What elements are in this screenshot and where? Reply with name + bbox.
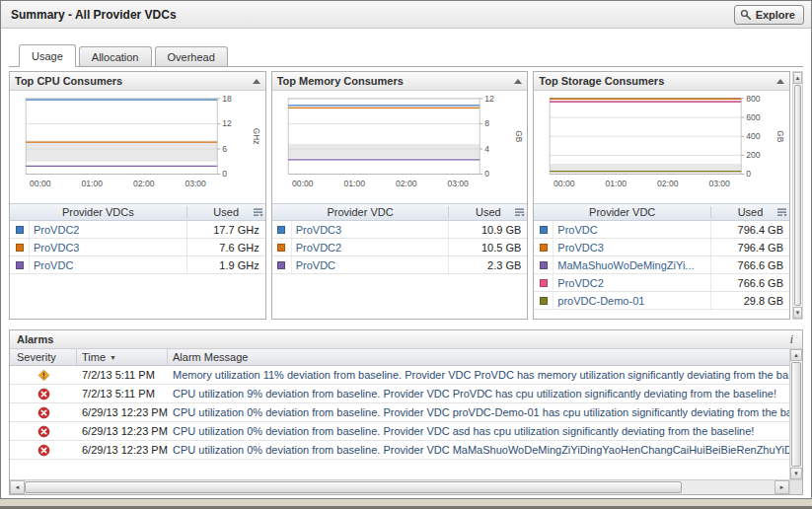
page-title: Summary - All Provider VDCs (11, 8, 177, 22)
table-settings-icon[interactable] (253, 207, 263, 218)
alarms-title: Alarms (17, 333, 53, 345)
svg-text:01:00: 01:00 (343, 179, 365, 188)
provider-vdc-link[interactable]: ProVDC (30, 259, 186, 271)
column-header-provider-vdc[interactable]: Provider VDC (272, 206, 449, 218)
alarm-row[interactable]: 6/29/13 12:23 PM CPU utilization 0% devi… (10, 422, 789, 441)
provider-vdc-link[interactable]: ProVDC3 (292, 224, 449, 236)
provider-vdc-link[interactable]: ProVDC2 (292, 242, 449, 254)
used-value: 17.7 GHz (186, 221, 265, 238)
tab-strip: Usage Allocation Overhead (9, 29, 803, 67)
svg-text:02:00: 02:00 (396, 179, 417, 188)
provider-vdc-link[interactable]: proVDC-Demo-01 (554, 295, 710, 307)
provider-vdc-link[interactable]: ProVDC (292, 259, 449, 271)
column-header-provider-vdc[interactable]: Provider VDCs (10, 206, 186, 218)
used-value: 1.9 GHz (186, 256, 265, 273)
panel-title: Top CPU Consumers (15, 75, 122, 87)
panels-vertical-scrollbar[interactable]: ▲ ▼ (792, 71, 803, 320)
svg-text:01:00: 01:00 (606, 179, 627, 188)
panel-top-storage-consumers: Top Storage Consumers 020040060080000:00… (533, 71, 790, 320)
severity-cell (10, 425, 77, 438)
scrollbar-thumb[interactable] (794, 85, 801, 306)
alarms-horizontal-scrollbar[interactable]: ◄ ► (10, 479, 802, 494)
consumers-table-body: ProVDC3 10.9 GB ProVDC2 10.5 GB ProVDC 2… (272, 221, 528, 274)
consumer-row[interactable]: MaMaShuoWoDeMingZiYi... 766.6 GB (534, 256, 789, 274)
svg-text:12: 12 (222, 118, 232, 128)
consumer-row[interactable]: ProVDC 2.3 GB (272, 256, 528, 274)
consumer-row[interactable]: ProVDC 1.9 GHz (10, 256, 265, 274)
scrollbar-thumb[interactable] (25, 481, 682, 493)
column-header-time[interactable]: Time ▼ (77, 349, 168, 365)
collapse-panel-icon[interactable] (253, 79, 260, 84)
column-header-severity[interactable]: Severity (10, 349, 77, 365)
tab-overhead[interactable]: Overhead (155, 46, 228, 66)
series-color-swatch (277, 244, 285, 252)
alarm-row[interactable]: 6/29/13 12:23 PM CPU utilization 0% devi… (10, 441, 789, 460)
consumer-row[interactable]: ProVDC2 10.5 GB (272, 239, 528, 256)
consumer-row[interactable]: ProVDC2 17.7 GHz (10, 221, 265, 239)
used-value: 796.4 GB (710, 239, 789, 255)
used-value: 29.8 GB (710, 292, 789, 309)
collapse-panel-icon[interactable] (514, 79, 522, 84)
scrollbar-thumb[interactable] (791, 362, 801, 467)
svg-text:800: 800 (747, 94, 762, 104)
alarm-row[interactable]: 6/29/13 12:23 PM CPU utilization 0% devi… (10, 403, 789, 422)
collapse-panel-icon[interactable] (776, 79, 784, 84)
alarm-row[interactable]: 7/2/13 5:11 PM Memory utilization 11% de… (10, 366, 789, 385)
scroll-down-icon[interactable]: ▼ (793, 307, 802, 319)
series-color-swatch (540, 226, 548, 234)
alarm-row[interactable]: 7/2/13 5:11 PM CPU utilization 9% deviat… (10, 385, 789, 403)
alarms-vertical-scrollbar[interactable]: ▲ ▼ (789, 349, 802, 479)
svg-text:18: 18 (222, 94, 232, 104)
provider-vdc-link[interactable]: ProVDC2 (30, 224, 186, 236)
svg-text:0: 0 (484, 169, 489, 179)
scroll-up-icon[interactable]: ▲ (793, 72, 802, 84)
table-settings-icon[interactable] (776, 207, 787, 218)
swatch-cell (272, 256, 292, 273)
scroll-down-icon[interactable]: ▼ (790, 468, 802, 479)
column-header-alarm-message[interactable]: Alarm Message (168, 349, 789, 365)
swatch-cell (534, 274, 554, 291)
tab-usage[interactable]: Usage (19, 44, 76, 67)
consumer-panels: Top CPU Consumers 06121800:0001:0002:000… (9, 71, 790, 320)
alarm-time: 6/29/13 12:23 PM (77, 425, 168, 437)
consumer-row[interactable]: ProVDC2 766.6 GB (534, 274, 789, 292)
provider-vdc-link[interactable]: ProVDC3 (30, 242, 186, 254)
column-header-provider-vdc[interactable]: Provider VDC (534, 206, 710, 218)
scroll-up-icon[interactable]: ▲ (790, 349, 802, 361)
table-settings-icon[interactable] (514, 207, 525, 218)
tab-allocation[interactable]: Allocation (79, 46, 152, 66)
consumer-row[interactable]: ProVDC3 796.4 GB (534, 239, 789, 256)
title-bar: Summary - All Provider VDCs Explore (1, 1, 811, 29)
panels-region: Top CPU Consumers 06121800:0001:0002:000… (9, 71, 803, 320)
consumer-row[interactable]: ProVDC3 7.6 GHz (10, 239, 265, 256)
explore-button[interactable]: Explore (734, 5, 804, 25)
alarm-message: CPU utilization 0% deviation from baseli… (168, 425, 789, 437)
consumer-row[interactable]: ProVDC3 10.9 GB (272, 221, 528, 239)
scroll-right-icon[interactable]: ► (775, 480, 789, 494)
svg-text:GB: GB (513, 130, 523, 142)
svg-text:6: 6 (222, 144, 227, 154)
scrollbar-track[interactable] (682, 480, 775, 494)
alarms-table: Severity Time ▼ Alarm Message 7/2/13 5:1… (10, 349, 789, 479)
series-color-swatch (16, 244, 24, 252)
alarm-time: 6/29/13 12:23 PM (77, 406, 168, 418)
panel-header: Top CPU Consumers (10, 72, 265, 91)
provider-vdc-link[interactable]: ProVDC3 (554, 242, 710, 254)
consumer-row[interactable]: ProVDC 796.4 GB (534, 221, 789, 239)
used-value: 7.6 GHz (186, 239, 265, 255)
provider-vdc-link[interactable]: ProVDC (554, 224, 710, 236)
svg-text:03:00: 03:00 (709, 179, 731, 188)
info-icon[interactable]: i (787, 331, 795, 347)
swatch-cell (534, 239, 554, 255)
alarm-message: CPU utilization 9% deviation from baseli… (168, 388, 789, 400)
consumer-row[interactable]: proVDC-Demo-01 29.8 GB (534, 292, 789, 310)
provider-vdc-link[interactable]: MaMaShuoWoDeMingZiYi... (554, 259, 710, 271)
swatch-cell (10, 239, 30, 255)
swatch-cell (534, 292, 554, 309)
series-color-swatch (540, 261, 548, 269)
series-color-swatch (540, 279, 548, 287)
provider-vdc-link[interactable]: ProVDC2 (554, 277, 710, 289)
scroll-left-icon[interactable]: ◄ (10, 480, 25, 494)
consumers-table-body: ProVDC 796.4 GB ProVDC3 796.4 GB MaMaShu… (534, 221, 789, 310)
alarm-message: CPU utilization 0% deviation from baseli… (168, 444, 789, 456)
